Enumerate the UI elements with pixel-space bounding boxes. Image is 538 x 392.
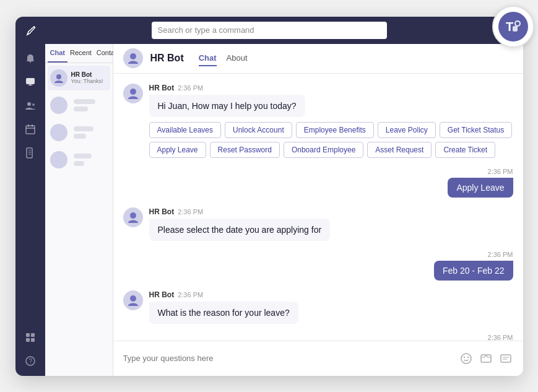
hrbot-name: HR Bot (71, 71, 108, 78)
svg-rect-10 (27, 148, 32, 158)
quick-reply-create-ticket[interactable]: Create Ticket (435, 142, 495, 158)
placeholder-line (74, 134, 87, 139)
hrbot-preview: You: Thanks! (71, 78, 108, 84)
hrbot-chat-info: HR Bot You: Thanks! (71, 71, 108, 84)
help-sidebar-icon[interactable]: ? (20, 351, 40, 371)
message-5-bot: HR Bot 2:36 PM What is the reason for yo… (123, 290, 513, 324)
message-time-1: 2:36 PM (178, 84, 203, 92)
app-window: Search or type a command (15, 17, 523, 376)
edit-icon[interactable] (23, 22, 40, 39)
sidebar: ? (15, 44, 45, 376)
message-4-user: 2:36 PM Feb 20 - Feb 22 (123, 251, 513, 281)
svg-rect-17 (31, 338, 35, 342)
quick-replies: Available Leaves Unlock Account Employee… (149, 122, 513, 158)
svg-point-26 (463, 356, 464, 357)
svg-point-25 (461, 354, 471, 364)
user-meta-4: 2:36 PM (488, 251, 513, 258)
svg-point-27 (467, 356, 468, 357)
message-time-3: 2:36 PM (178, 208, 203, 216)
chat-content: HR Bot Chat About (113, 44, 523, 376)
placeholder-info-3 (71, 152, 108, 168)
user-bubble-2: Apply Leave (448, 178, 513, 198)
bot-avatar-1 (123, 84, 143, 103)
tab-chat[interactable]: Chat (48, 44, 67, 63)
chat-header-title: HR Bot (150, 53, 184, 64)
placeholder-line (74, 161, 85, 166)
message-input[interactable] (123, 347, 454, 370)
quick-reply-onboard-employee[interactable]: Onboard Employee (284, 142, 363, 158)
message-author-3: HR Bot (149, 207, 175, 216)
quick-reply-leave-policy[interactable]: Leave Policy (378, 122, 436, 138)
placeholder-info-2 (71, 124, 108, 141)
message-meta-1: HR Bot 2:36 PM (149, 84, 513, 92)
message-bubble-1: Hi Juan, How may I help you today? (149, 95, 305, 117)
apps-sidebar-icon[interactable] (20, 328, 40, 347)
chat-header: HR Bot Chat About (113, 44, 523, 74)
chat-list-item-hrbot[interactable]: HR Bot You: Thanks! (48, 66, 110, 90)
more-options-icon[interactable] (498, 351, 513, 366)
message-bubble-3: Please select the date you are applying … (149, 219, 331, 241)
message-time-5: 2:36 PM (178, 291, 203, 298)
search-bar[interactable]: Search or type a command (152, 22, 387, 39)
svg-point-4 (27, 102, 31, 106)
svg-point-2 (516, 22, 519, 25)
placeholder-line (74, 126, 93, 131)
chat-header-tabs: Chat About (199, 51, 248, 66)
chat-list-item-placeholder-2[interactable] (48, 120, 110, 145)
notification-icon[interactable] (20, 49, 40, 69)
chat-list-item-placeholder-1[interactable] (48, 93, 110, 118)
chat-tab-about[interactable]: About (227, 51, 248, 66)
quick-reply-employee-benefits[interactable]: Employee Benefits (296, 122, 374, 138)
message-author-5: HR Bot (149, 290, 175, 299)
quick-reply-asset-request[interactable]: Asset Request (367, 142, 432, 158)
quick-reply-apply-leave[interactable]: Apply Leave (149, 142, 206, 158)
title-bar: Search or type a command (15, 17, 523, 44)
quick-reply-available-leaves[interactable]: Available Leaves (149, 122, 222, 138)
message-6-user: 2:36 PM I have to attend a family functi… (123, 334, 513, 341)
placeholder-line (74, 154, 92, 159)
bot-message-content-5: HR Bot 2:36 PM What is the reason for yo… (149, 290, 513, 324)
sidebar-bottom: ? (20, 328, 40, 371)
emoji-icon[interactable] (459, 351, 474, 366)
chat-list-tabs: Chat Recent Contacts (45, 44, 113, 63)
people-sidebar-icon[interactable] (20, 96, 40, 116)
placeholder-line (74, 99, 95, 104)
chat-tab-chat[interactable]: Chat (199, 51, 217, 66)
files-sidebar-icon[interactable] (20, 143, 40, 163)
quick-reply-unlock-account[interactable]: Unlock Account (225, 122, 292, 138)
user-meta-6: 2:36 PM (488, 334, 513, 341)
svg-text:?: ? (28, 358, 32, 365)
teams-logo-bubble: T (492, 6, 534, 48)
messages-area: HR Bot 2:36 PM Hi Juan, How may I help y… (113, 74, 523, 341)
placeholder-avatar-3 (50, 151, 67, 168)
placeholder-line (74, 107, 89, 111)
svg-rect-29 (501, 355, 511, 362)
calendar-sidebar-icon[interactable] (20, 120, 40, 139)
main-layout: ? Chat Recent Contacts (15, 44, 523, 376)
message-1-bot: HR Bot 2:36 PM Hi Juan, How may I help y… (123, 84, 513, 158)
placeholder-avatar-2 (50, 124, 67, 141)
placeholder-info-1 (71, 97, 108, 113)
message-2-user: 2:36 PM Apply Leave (123, 168, 513, 198)
user-bubble-4: Feb 20 - Feb 22 (434, 261, 513, 281)
tab-recent[interactable]: Recent (67, 44, 94, 63)
svg-text:T: T (506, 20, 513, 33)
svg-rect-6 (26, 126, 35, 134)
search-placeholder: Search or type a command (158, 25, 254, 35)
message-bubble-5: What is the reason for your leave? (149, 302, 298, 324)
svg-rect-16 (26, 338, 30, 342)
chat-list-panel: Chat Recent Contacts HR (45, 44, 113, 376)
svg-rect-15 (31, 333, 35, 337)
message-meta-3: HR Bot 2:36 PM (149, 207, 513, 216)
quick-reply-reset-password[interactable]: Reset Password (210, 142, 280, 158)
placeholder-avatar-1 (50, 97, 67, 114)
svg-point-20 (56, 74, 61, 79)
bot-avatar-5 (123, 290, 143, 310)
attachment-icon[interactable] (479, 351, 493, 366)
svg-rect-14 (26, 333, 30, 337)
bot-message-content-1: HR Bot 2:36 PM Hi Juan, How may I help y… (149, 84, 513, 158)
chat-sidebar-icon[interactable] (20, 72, 40, 92)
svg-point-22 (130, 89, 136, 95)
quick-reply-get-ticket-status[interactable]: Get Ticket Status (440, 122, 512, 138)
chat-list-item-placeholder-3[interactable] (48, 147, 110, 172)
